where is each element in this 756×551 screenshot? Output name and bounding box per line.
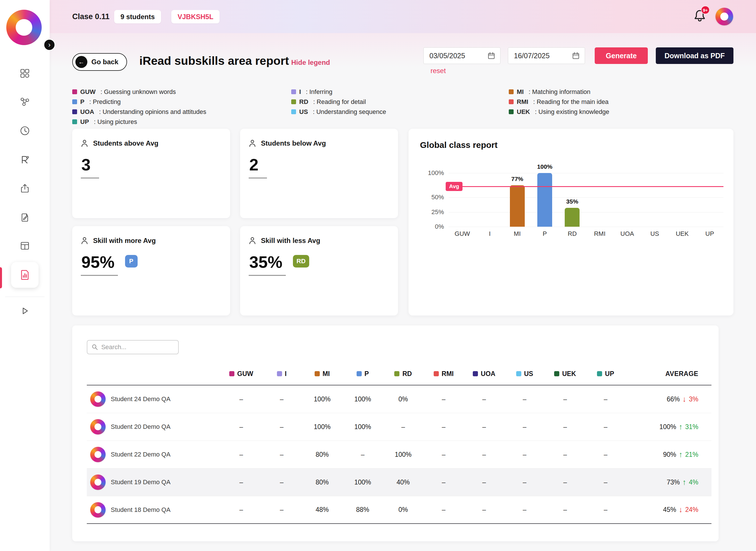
table-header-mi: MI [302,370,342,378]
cell-uek: – [545,396,585,403]
student-name-cell: Student 18 Demo QA [87,502,221,518]
bar-mi[interactable] [510,185,525,227]
chart-x-tick-us: US [641,230,668,237]
legend-color-swatch [72,109,77,114]
student-avatar [90,447,106,462]
iread-logo-icon [19,154,30,165]
table-row[interactable]: Student 18 Demo QA––48%88%0%–––––45%↓24% [87,496,711,524]
column-color-swatch [314,371,320,376]
legend-label: : Predicting [88,98,121,106]
students-table-panel: GUWIMIPRDRMIUOAUSUEKUPAVERAGE Student 24… [72,326,719,541]
hide-legend-link[interactable]: Hide legend [291,58,330,66]
sidebar-item-dashboard[interactable] [18,66,32,80]
sidebar-item-subskills-report-active[interactable] [11,262,39,288]
generate-button[interactable]: Generate [595,47,648,64]
table-header-average: AVERAGE [626,370,711,378]
legend-item-up: UP : Using pictures [72,118,206,126]
reset-link[interactable]: reset [431,67,446,75]
go-back-button[interactable]: ← Go back [72,53,127,71]
chart-gridline [449,173,723,173]
cell-us: – [505,396,545,403]
chart-x-axis: GUWIMIPRDRMIUOAUSUEKUP [449,230,723,237]
user-avatar[interactable] [715,8,733,25]
legend-code: UOA [80,108,94,116]
chart-gridline [449,212,723,212]
sidebar-item-tutorials[interactable] [18,304,32,318]
sidebar-item-history[interactable] [18,124,32,138]
legend-color-swatch [72,99,77,104]
table-row[interactable]: Student 19 Demo QA––80%100%40%–––––73%↑4… [87,469,711,496]
legend-label: : Understanding opinions and attitudes [97,108,206,116]
card-header: Students below Avg [248,138,398,148]
column-label: UOA [481,370,495,378]
card-header: Students above Avg [80,138,230,148]
class-name: Clase 0.11 [72,0,110,33]
column-label: P [364,370,369,378]
column-label: GUW [237,370,253,378]
column-color-swatch [229,371,234,376]
legend-item-uoa: UOA : Understanding opinions and attitud… [72,108,206,116]
student-name-cell: Student 24 Demo QA [87,392,221,407]
student-avatar [90,475,106,490]
date-from-input[interactable]: 03/05/2025 [424,47,501,64]
cell-rd: 0% [383,506,424,514]
cell-rd: – [383,423,424,431]
card-title: Skill with more Avg [93,237,156,245]
cell-uoa: – [464,423,505,431]
skill-less-avg-card: Skill with less Avg 35% RD [240,226,398,316]
legend-code: GUW [80,88,96,96]
global-class-report-card: Global class report 100%50%25%0% Avg 77%… [409,129,733,316]
cell-rmi: – [424,506,464,514]
legend-item-rd: RD : Reading for detail [291,98,386,106]
class-code-badge[interactable]: VJBKSH5L [171,10,219,23]
bar-p[interactable] [537,173,552,227]
legend-code: UEK [517,108,530,116]
calendar-icon [487,51,496,60]
table-header-us: US [505,370,545,378]
notifications-count-badge: 9+ [701,6,710,14]
legend-column-1: GUW : Guessing unknown wordsP : Predicti… [72,88,206,126]
legend-item-uek: UEK : Using existing knowledge [509,108,609,116]
table-header-uoa: UOA [464,370,505,378]
table-row[interactable]: Student 22 Demo QA––80%–100%–––––90%↑21% [87,441,711,469]
average-line-label: Avg [446,182,463,191]
back-arrow-icon: ← [75,56,87,68]
bar-rd[interactable] [565,208,580,227]
sidebar [0,0,50,551]
table-row[interactable]: Student 24 Demo QA––100%100%0%–––––66%↓3… [87,386,711,413]
bar-value-label: 77% [511,175,523,182]
date-to-input[interactable]: 16/07/2025 [508,47,585,64]
chart-x-tick-rmi: RMI [586,230,613,237]
sidebar-item-layout[interactable] [18,239,32,253]
app-logo[interactable] [6,10,42,45]
search-input[interactable] [101,344,174,351]
sidebar-item-export[interactable] [18,181,32,195]
sidebar-toggle-button[interactable]: › [43,39,55,51]
chart-slot-up [696,173,723,227]
card-title: Students below Avg [261,139,326,147]
trend-up-icon: ↑ [679,451,683,459]
notifications-button[interactable]: 9+ [692,9,707,24]
sidebar-item-assignments[interactable] [18,210,32,225]
person-icon [248,236,257,245]
legend-color-swatch [509,109,514,114]
average-cell: 100%↑31% [626,423,711,431]
cell-mi: 80% [302,479,342,486]
skill-badge-p: P [125,255,138,267]
bar-value-label: 35% [566,198,578,205]
chart-slot-rd: 35% [559,173,586,227]
cell-us: – [505,506,545,514]
table-row[interactable]: Student 20 Demo QA––100%100%––––––100%↑3… [87,413,711,441]
average-delta: 3% [689,396,698,403]
cell-rmi: – [424,423,464,431]
sidebar-item-integrations[interactable] [18,94,32,109]
search-box[interactable] [87,340,179,354]
cell-rmi: – [424,479,464,486]
sidebar-item-iread[interactable] [18,152,32,167]
person-icon [80,236,89,245]
legend-label: : Using pictures [92,118,137,126]
legend-label: : Guessing unknown words [99,88,176,96]
top-header: Clase 0.11 9 students VJBKSH5L 9+ [0,0,756,33]
download-pdf-button[interactable]: Download as PDF [656,47,733,64]
table-header-guw: GUW [221,370,261,378]
